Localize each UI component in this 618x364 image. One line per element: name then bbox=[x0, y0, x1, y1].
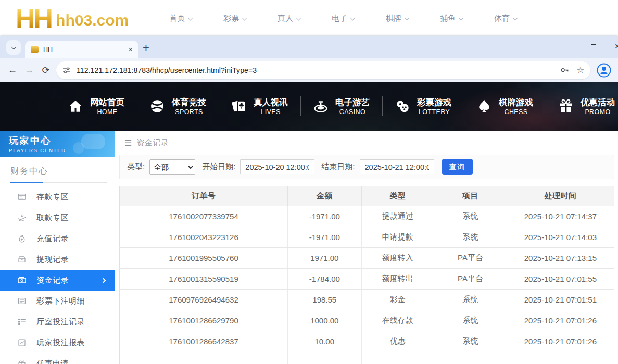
type-select[interactable]: 全部 bbox=[149, 159, 195, 175]
sidebar-section: 财务中心 bbox=[0, 157, 115, 183]
table-row[interactable]: 1761001286642837 10.00 优惠 系统 2025-10-21 … bbox=[120, 331, 614, 352]
sidebar-item[interactable]: 厅室投注记录 bbox=[0, 311, 115, 332]
sidebar-item[interactable]: 充值记录 bbox=[0, 228, 115, 249]
sidebar-item[interactable]: 资金记录 bbox=[0, 270, 115, 291]
site-nav-item[interactable]: 首页 bbox=[154, 14, 208, 23]
cell-order-number: 1761001286629790 bbox=[120, 310, 288, 331]
end-date-input[interactable] bbox=[360, 159, 434, 174]
sidebar-subtitle: PLAYERS CENTER bbox=[9, 147, 115, 153]
lottery-balls-icon bbox=[395, 98, 410, 114]
main-nav-item[interactable]: 棋牌游戏 CHESS bbox=[464, 97, 546, 115]
site-nav-label: 真人 bbox=[278, 14, 293, 22]
sidebar-item-label: 提现记录 bbox=[36, 255, 69, 265]
sidebar-item[interactable]: 玩家投注报表 bbox=[0, 332, 115, 353]
site-nav-item[interactable]: 体育 bbox=[478, 14, 533, 23]
cell-type: 额度转入 bbox=[361, 248, 434, 269]
site-nav-label: 体育 bbox=[494, 14, 510, 22]
sidebar-section-title: 财务中心 bbox=[10, 165, 115, 182]
logo-text: HH bbox=[16, 6, 52, 31]
site-nav-item[interactable]: 棋牌 bbox=[370, 14, 424, 23]
web-page: 网站首页 HOME 体育竞技 SPORTS bbox=[0, 82, 618, 364]
main-nav-item[interactable]: 彩票游戏 LOTTERY bbox=[382, 97, 464, 115]
sidebar-title: 玩家中心 bbox=[9, 134, 115, 147]
new-tab-button[interactable]: + bbox=[143, 41, 149, 55]
browser-tab[interactable]: HH × bbox=[25, 41, 138, 58]
cell-type: 优惠 bbox=[361, 331, 434, 352]
site-nav-item[interactable]: 捕鱼 bbox=[424, 14, 478, 23]
chevron-down-icon bbox=[296, 15, 301, 20]
bookmark-star-icon[interactable]: ☆ bbox=[577, 66, 584, 74]
table-row[interactable]: 1761002043223126 -1971.00 申请提款 系统 2025-1… bbox=[120, 227, 614, 248]
menu-hamburger-icon: ☰ bbox=[124, 138, 132, 148]
chevron-down-icon bbox=[242, 15, 247, 20]
cell-amount: 1971.00 bbox=[288, 248, 362, 269]
browser-window: HH × + — ✕ ← → ⟳ 112.121.172.1 bbox=[0, 36, 618, 364]
cell-amount: 198.55 bbox=[288, 290, 362, 310]
site-info-icon[interactable] bbox=[62, 66, 71, 74]
chevron-down-icon bbox=[405, 15, 410, 20]
tab-search-button[interactable] bbox=[6, 40, 21, 55]
url-text: 112.121.172.181:8783/hhcp/usercenter.htm… bbox=[77, 66, 552, 74]
site-nav-item[interactable]: 电子 bbox=[316, 14, 370, 23]
cell-order-number: 1761002077339754 bbox=[120, 206, 288, 227]
home-icon bbox=[68, 98, 83, 114]
sidebar-item[interactable]: 优惠申请 bbox=[0, 353, 115, 364]
main-nav-label-en: PROMO bbox=[581, 108, 615, 116]
sidebar-item-label: 资金记录 bbox=[36, 275, 69, 285]
chevron-down-icon bbox=[459, 15, 464, 20]
sidebar-item-label: 充值记录 bbox=[36, 234, 69, 244]
withdrawal-record-icon bbox=[17, 255, 27, 264]
main-nav-label-zh: 网站首页 bbox=[90, 97, 124, 108]
table-row[interactable]: 1761001995505760 1971.00 额度转入 PA平台 2025-… bbox=[120, 248, 614, 269]
cell-amount: -1971.00 bbox=[288, 206, 362, 227]
table-header-row: 订单号 金额 类型 项目 处理时间 bbox=[120, 186, 614, 206]
back-button[interactable]: ← bbox=[4, 62, 21, 79]
main-nav-item[interactable]: 体育竞技 SPORTS bbox=[137, 97, 219, 115]
table-row[interactable]: 1761001286629790 1000.00 在线存款 系统 2025-10… bbox=[120, 310, 614, 331]
sidebar-item-label: 厅室投注记录 bbox=[36, 317, 85, 327]
start-date-input[interactable] bbox=[240, 159, 314, 174]
url-bar[interactable]: 112.121.172.181:8783/hhcp/usercenter.htm… bbox=[56, 61, 590, 79]
reload-button[interactable]: ⟳ bbox=[37, 62, 54, 79]
search-button[interactable]: 查询 bbox=[442, 159, 473, 175]
main-nav-item[interactable]: 网站首页 HOME bbox=[55, 97, 137, 115]
sidebar-item[interactable]: 存款专区 bbox=[0, 186, 115, 207]
window-controls: — ✕ bbox=[558, 39, 618, 54]
table-row[interactable]: 1761001315590519 -1784.00 额度转出 PA平台 2025… bbox=[120, 269, 614, 290]
maximize-button[interactable] bbox=[582, 39, 606, 54]
main-nav-item[interactable]: 真人视讯 LIVES bbox=[219, 97, 300, 115]
tab-close-icon[interactable]: × bbox=[125, 45, 135, 55]
close-button[interactable]: ✕ bbox=[606, 39, 618, 54]
table-header-cell: 项目 bbox=[434, 186, 507, 206]
main-nav-item[interactable]: 优惠活动 PROMO bbox=[546, 97, 618, 115]
cell-type: 额度转出 bbox=[361, 269, 434, 290]
tab-strip: HH × + — ✕ bbox=[0, 36, 618, 58]
gift-icon bbox=[558, 98, 574, 114]
end-date-label: 结束日期: bbox=[321, 162, 355, 172]
maximize-icon bbox=[591, 44, 596, 49]
minimize-button[interactable]: — bbox=[558, 39, 582, 54]
sidebar-item[interactable]: 彩票下注明细 bbox=[0, 291, 115, 311]
roulette-icon bbox=[313, 98, 329, 114]
cell-type: 在线存款 bbox=[361, 310, 434, 331]
sidebar-item[interactable]: 取款专区 bbox=[0, 207, 115, 228]
table-row[interactable]: 1761002077339754 -1971.00 提款通过 系统 2025-1… bbox=[120, 206, 614, 227]
site-nav: 首页 彩票 真人 电子 棋牌 捕鱼 体育 bbox=[154, 14, 533, 23]
sidebar-item[interactable]: 提现记录 bbox=[0, 249, 115, 270]
site-logo[interactable]: HH hh03.com bbox=[16, 6, 129, 31]
cell-order-number: 1761001315590519 bbox=[120, 269, 288, 290]
cell-type: 申请提款 bbox=[361, 227, 434, 248]
site-header: HH hh03.com 首页 彩票 真人 电子 棋牌 捕鱼 体育 bbox=[0, 0, 618, 36]
main-nav-item[interactable]: 电子游艺 CASINO bbox=[300, 97, 382, 115]
playing-cards-icon bbox=[231, 98, 247, 114]
sports-ball-icon bbox=[149, 98, 165, 114]
table-row[interactable]: 1760976926494632 198.55 彩金 系统 2025-10-21… bbox=[120, 290, 614, 310]
profile-avatar-icon[interactable] bbox=[596, 62, 612, 78]
cell-process-time: 2025-10-21 07:01:51 bbox=[507, 290, 614, 310]
site-nav-item[interactable]: 真人 bbox=[262, 14, 316, 23]
cell-project: 系统 bbox=[434, 331, 507, 352]
forward-button[interactable]: → bbox=[21, 62, 37, 79]
sidebar-item-label: 彩票下注明细 bbox=[36, 296, 85, 306]
site-nav-item[interactable]: 彩票 bbox=[208, 14, 262, 23]
password-key-icon[interactable] bbox=[560, 65, 570, 75]
